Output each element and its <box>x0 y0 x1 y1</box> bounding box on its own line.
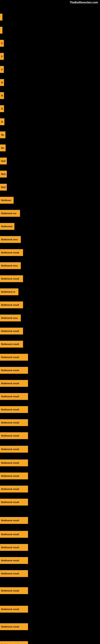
bar-row: Bottleneck result <box>0 326 100 336</box>
bar-row: Bottleneck result <box>0 622 100 632</box>
bar-row: Bottleneck result <box>0 404 100 414</box>
bar-row: Bottleneck resu <box>0 313 100 323</box>
bar-row: E <box>0 38 100 48</box>
bar-row: Bo <box>0 143 100 153</box>
bar-row: Bottleneck result <box>0 484 100 494</box>
bar-row: E <box>0 51 100 62</box>
bar-label: Bottleneck result <box>0 249 23 256</box>
bar-label: B <box>0 105 4 112</box>
bar-row: Bottleneck result <box>0 378 100 388</box>
bar-label: Bottlenec <box>0 197 14 204</box>
bar-label: Bottleneck result <box>0 302 23 308</box>
bar-label <box>0 14 2 20</box>
bar-label: Bottleneck result <box>0 499 28 506</box>
bar-row: Bottleneck result <box>0 471 100 481</box>
bar-row: Bottleneck result <box>0 300 100 310</box>
bar-row: B <box>0 117 100 127</box>
bar-row: Bottleneck resu <box>0 260 100 271</box>
bar-label: Bottleneck result <box>0 275 23 282</box>
bar-row: E <box>0 64 100 74</box>
bar-label: Bottleneck resu <box>0 314 21 322</box>
bar-row: Bottleneck result <box>0 339 100 349</box>
bar-label <box>0 27 2 34</box>
bar-row: Bottlenec <box>0 195 100 205</box>
bar-row: Bottleneck result <box>0 556 100 566</box>
bar-label: E <box>0 53 4 60</box>
bar-row: Bottleneck result <box>0 604 100 614</box>
bar-label: Bottleneck result <box>0 406 28 413</box>
bar-label: Bottleneck result <box>0 486 28 492</box>
bar-row: Bottleneck result <box>0 444 100 454</box>
bar-row: B <box>0 104 100 114</box>
bar-row: Bottleneck result <box>0 248 100 258</box>
bar-row: Bottleneck result <box>0 365 100 375</box>
bar-label: Bottleneck result <box>0 623 28 630</box>
bar-row: Bott <box>0 156 100 166</box>
bar-row: Bottleneck result <box>0 352 100 362</box>
bar-label: Bottleneck re <box>0 288 18 295</box>
bar-label: Bottleneck resu <box>0 262 21 269</box>
bar-label: Bottleneck result <box>0 531 28 538</box>
bar-label: Bottleneck result <box>0 570 28 577</box>
bar-label: Bo <box>0 144 6 151</box>
bar-row: Bo <box>0 130 100 140</box>
bar-row: Bottleneck resu <box>0 234 100 244</box>
bar-label: B <box>0 79 4 86</box>
bar-label: Bottleneck result <box>0 641 28 644</box>
bar-label: Bottleneck result <box>0 606 28 612</box>
bar-label: Bottleneck <box>0 223 14 230</box>
bar-row: Bottleneck result <box>0 418 100 428</box>
site-title: TheBottlenecker.com <box>70 1 98 4</box>
bar-label: Bottleneck result <box>0 432 28 439</box>
bar-label: Bottleneck result <box>0 341 23 348</box>
bar-label: Bottleneck result <box>0 557 28 564</box>
bar-label: Bottleneck result <box>0 472 28 480</box>
bar-row: Bottleneck result <box>0 392 100 402</box>
bar-label: Bottleneck res <box>0 210 20 217</box>
bar-label: B <box>0 92 4 99</box>
bar-label: Bottleneck result <box>0 460 28 466</box>
bar-label: Bottleneck result <box>0 380 28 387</box>
bar-label: Bottleneck result <box>0 393 28 400</box>
bar-label: Bottleneck result <box>0 328 23 334</box>
bar-label: Bottleneck result <box>0 587 28 594</box>
bar-row: Bottleneck re <box>0 287 100 297</box>
bar-row: Bottleneck result <box>0 431 100 441</box>
bar-row <box>0 25 100 35</box>
bar-label: Bo <box>0 132 5 138</box>
bar-row: Bottleneck result <box>0 274 100 284</box>
bar-label: Bottleneck result <box>0 517 28 524</box>
bar-label: Bottleneck result <box>0 419 28 426</box>
bar-label: B <box>0 118 4 125</box>
bar-label: Bottleneck result <box>0 446 28 452</box>
bar-label: Bott <box>0 184 7 190</box>
bar-row: Bottleneck result <box>0 516 100 526</box>
bar-row: Bott <box>0 169 100 179</box>
bar-label: Bott <box>0 171 7 178</box>
bar-label: Bottleneck result <box>0 354 28 361</box>
bar-label: Bottleneck result <box>0 367 28 374</box>
bar-label: Bottleneck result <box>0 544 28 551</box>
bar-row: Bottleneck result <box>0 458 100 468</box>
bar-row: Bottleneck result <box>0 586 100 596</box>
bar-row: Bottleneck <box>0 222 100 232</box>
bar-row: Bottleneck res <box>0 208 100 218</box>
bar-row: Bott <box>0 182 100 192</box>
bar-label: Bottleneck resu <box>0 236 21 243</box>
bar-row: Bottleneck result <box>0 542 100 552</box>
bar-row: Bottleneck result <box>0 568 100 578</box>
bar-label: E <box>0 66 4 73</box>
bar-label: Bott <box>0 158 7 164</box>
bar-row: Bottleneck result <box>0 529 100 539</box>
bar-row: Bottleneck result <box>0 497 100 507</box>
bar-row: B <box>0 90 100 100</box>
bar-row: B <box>0 78 100 88</box>
bar-row: Bottleneck result <box>0 640 100 644</box>
bar-label: E <box>0 40 4 47</box>
bar-row <box>0 12 100 22</box>
